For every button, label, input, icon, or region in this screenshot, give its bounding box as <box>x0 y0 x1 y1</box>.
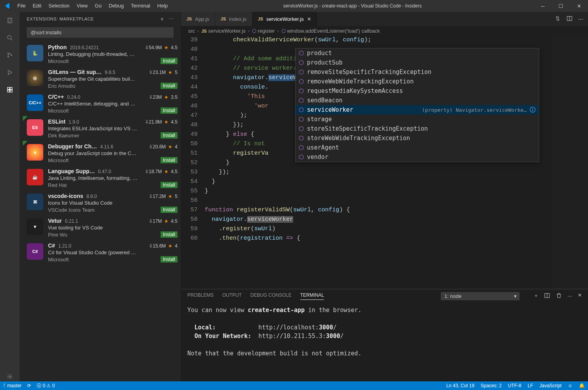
close-panel-icon[interactable]: ✕ <box>578 292 582 300</box>
editor-tab[interactable]: JSserviceWorker.js✕ <box>252 12 317 26</box>
menu-go[interactable]: Go <box>91 0 105 12</box>
breadcrumb-item[interactable]: src <box>188 28 195 34</box>
compare-icon[interactable] <box>555 15 561 23</box>
status-errors[interactable]: ⓧ 0 ⚠ 0 <box>37 383 55 389</box>
extension-item[interactable]: ESESLint1.9.0⇩21.9M ★ 4.5Integrates ESLi… <box>20 116 181 141</box>
status-eol[interactable]: LF <box>528 383 533 388</box>
code-content[interactable]: } <box>205 187 588 196</box>
suggestion-item[interactable]: ⬡userAgent <box>296 143 539 152</box>
menu-file[interactable]: File <box>14 0 29 12</box>
code-editor[interactable]: 39 checkValidServiceWorker(swUrl, config… <box>181 35 588 289</box>
extensions-icon[interactable] <box>5 85 15 94</box>
menu-terminal[interactable]: Terminal <box>127 0 153 12</box>
code-content[interactable]: .then(registration => { <box>205 234 588 243</box>
install-button[interactable]: Install <box>161 157 178 163</box>
extension-item[interactable]: ●Debugger for Ch…4.11.6⇩20.6M ★ 4Debug y… <box>20 141 181 166</box>
explorer-icon[interactable] <box>5 16 15 25</box>
code-content[interactable]: } <box>205 177 588 187</box>
editor-tab[interactable]: JSindex.js <box>215 12 253 26</box>
status-sync-icon[interactable]: ⟳ <box>27 383 31 388</box>
terminal-output[interactable]: You can now view create-react-app in the… <box>181 303 588 381</box>
install-button[interactable]: Install <box>161 231 178 238</box>
extension-icon: ⌘ <box>27 194 43 210</box>
sidebar-more-icon[interactable]: ⋯ <box>169 17 174 22</box>
panel-tab-problems[interactable]: PROBLEMS <box>187 292 214 299</box>
suggestion-item[interactable]: ⬡removeWebWideTrackingException <box>296 77 539 86</box>
install-button[interactable]: Install <box>161 256 178 262</box>
new-terminal-icon[interactable]: ＋ <box>534 292 538 300</box>
code-content[interactable] <box>205 196 588 205</box>
suggestion-item[interactable]: ⬡productSub <box>296 58 539 67</box>
close-tab-icon[interactable]: ✕ <box>307 16 311 22</box>
maximize-panel-icon[interactable]: ︿ <box>568 292 572 300</box>
code-content[interactable]: function registerValidSW(swUrl, config) … <box>205 205 588 215</box>
extension-item[interactable]: C#C#1.21.0⇩15.6M ★ 4C# for Visual Studio… <box>20 240 181 265</box>
install-button[interactable]: Install <box>161 132 178 139</box>
install-button[interactable]: Install <box>161 182 178 188</box>
code-content[interactable]: checkValidServiceWorker(swUrl, config); <box>205 35 588 45</box>
menu-selection[interactable]: Selection <box>45 0 73 12</box>
suggestion-item[interactable]: ⬡removeSiteSpecificTrackingException <box>296 67 539 77</box>
status-branch[interactable]: ᚶ master <box>3 383 22 388</box>
extension-item[interactable]: ▼Vetur0.21.1⇩17M ★ 4.5Vue tooling for VS… <box>20 215 181 240</box>
split-terminal-icon[interactable] <box>544 292 550 300</box>
window-maximize-button[interactable]: ☐ <box>552 0 570 12</box>
code-content[interactable]: navigator.serviceWorker <box>205 215 588 224</box>
breadcrumb-item[interactable]: ⬡ window.addEventListener('load') callba… <box>281 28 380 34</box>
info-icon[interactable]: ⓘ <box>530 106 536 114</box>
window-close-button[interactable]: ✕ <box>570 0 588 12</box>
extension-publisher: Red Hat <box>48 182 67 188</box>
tab-label: index.js <box>229 16 246 22</box>
status-encoding[interactable]: UTF-8 <box>508 383 521 388</box>
status-cursor[interactable]: Ln 43, Col 19 <box>446 383 474 388</box>
panel-tab-output[interactable]: OUTPUT <box>222 292 242 299</box>
extension-list[interactable]: 🐍Python2019.6.24221⇩54.9M ★ 4.5Linting, … <box>20 42 181 381</box>
editor-more-icon[interactable]: ⋯ <box>578 16 583 22</box>
menu-edit[interactable]: Edit <box>29 0 45 12</box>
menu-help[interactable]: Help <box>154 0 172 12</box>
extension-search-input[interactable] <box>27 27 174 38</box>
kill-terminal-icon[interactable] <box>556 292 562 300</box>
status-indent[interactable]: Spaces: 2 <box>481 383 501 388</box>
extension-item[interactable]: 🐍Python2019.6.24221⇩54.9M ★ 4.5Linting, … <box>20 42 181 67</box>
sidebar-filter-icon[interactable]: ≡ <box>161 17 164 22</box>
extension-item[interactable]: ⌘vscode-icons8.8.0⇩17.2M ★ 5Icons for Vi… <box>20 190 181 215</box>
menu-debug[interactable]: Debug <box>105 0 127 12</box>
extension-item[interactable]: C/C++C/C++0.24.0⇩23M ★ 3.5C/C++ IntelliS… <box>20 91 181 116</box>
terminal-selector-dropdown[interactable]: 1: node <box>441 292 520 300</box>
suggestion-item[interactable]: ⬡storeSiteSpecificTrackingException <box>296 124 539 133</box>
code-content[interactable]: .register(swUrl) <box>205 224 588 234</box>
settings-gear-icon[interactable] <box>5 372 15 381</box>
source-control-icon[interactable] <box>5 50 15 60</box>
window-minimize-button[interactable]: ─ <box>534 0 552 12</box>
extension-item[interactable]: ◎GitLens — Git sup…9.8.5⇩23.1M ★ 5Superc… <box>20 67 181 91</box>
suggestion-item[interactable]: ⬡serviceWorker(property) Navigator.servi… <box>296 105 539 115</box>
status-language[interactable]: JavaScript <box>540 383 562 388</box>
status-feedback-icon[interactable]: ☺ <box>568 383 573 388</box>
breadcrumb[interactable]: src›JS serviceWorker.js›⬡ register›⬡ win… <box>181 26 588 35</box>
suggestion-item[interactable]: ⬡vendor <box>296 152 539 162</box>
editor-tab[interactable]: JSApp.js <box>181 12 215 26</box>
breadcrumb-item[interactable]: ⬡ register <box>252 28 275 34</box>
suggestion-item[interactable]: ⬡storeWebWideTrackingException <box>296 133 539 143</box>
suggestion-item[interactable]: ⬡requestMediaKeySystemAccess <box>296 86 539 96</box>
debug-icon[interactable] <box>5 68 15 77</box>
search-icon[interactable] <box>5 33 15 43</box>
suggestion-item[interactable]: ⬡sendBeacon <box>296 96 539 105</box>
suggestion-item[interactable]: ⬡product <box>296 48 539 58</box>
breadcrumb-item[interactable]: JS serviceWorker.js <box>202 28 246 34</box>
split-editor-icon[interactable] <box>566 15 573 23</box>
install-button[interactable]: Install <box>161 58 178 64</box>
panel-tab-debug-console[interactable]: DEBUG CONSOLE <box>250 292 292 299</box>
suggestion-item[interactable]: ⬡storage <box>296 115 539 124</box>
install-button[interactable]: Install <box>161 83 178 89</box>
code-content[interactable]: }); <box>205 168 588 177</box>
menu-view[interactable]: View <box>73 0 91 12</box>
line-number: 50 <box>181 139 205 149</box>
install-button[interactable]: Install <box>161 207 178 213</box>
panel-tab-terminal[interactable]: TERMINAL <box>300 292 324 300</box>
status-notifications-icon[interactable]: 🔔 <box>579 383 585 388</box>
extension-item[interactable]: ☕Language Supp…0.47.0⇩18.7M ★ 4.5Java Li… <box>20 166 181 190</box>
intellisense-suggest-widget[interactable]: ⬡product⬡productSub⬡removeSiteSpecificTr… <box>295 48 539 162</box>
install-button[interactable]: Install <box>161 107 178 114</box>
